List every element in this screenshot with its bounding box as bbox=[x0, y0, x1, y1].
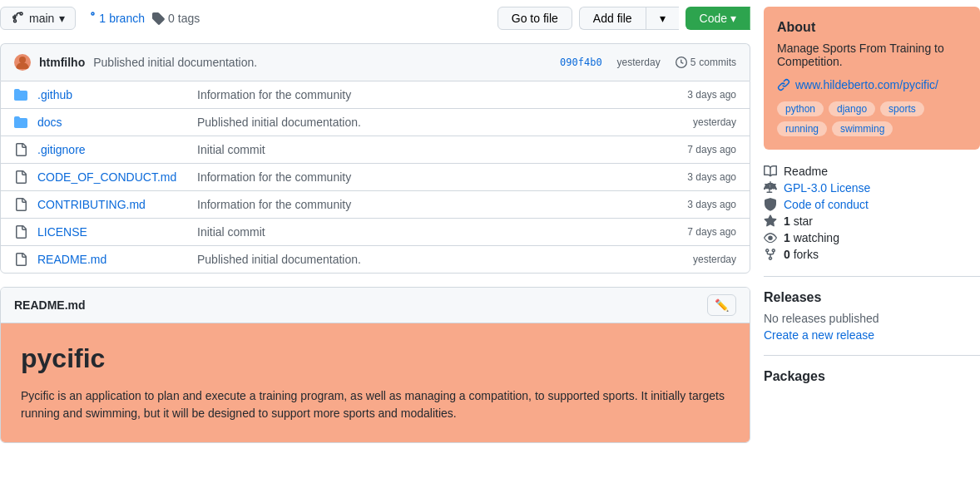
sidebar-meta: Readme GPL-3.0 License Code of conduct 1… bbox=[764, 163, 980, 277]
commit-time: yesterday bbox=[617, 57, 661, 68]
table-row: docs Published initial documentation. ye… bbox=[1, 109, 750, 136]
file-icon bbox=[14, 170, 27, 184]
tag-swimming[interactable]: swimming bbox=[832, 121, 893, 136]
file-time: 3 days ago bbox=[687, 199, 736, 210]
add-file-dropdown-button[interactable]: ▾ bbox=[646, 7, 679, 30]
readme-header: README.md ✏️ bbox=[1, 288, 750, 323]
commit-author[interactable]: htmfilho bbox=[39, 56, 85, 69]
code-dropdown-icon: ▾ bbox=[730, 12, 736, 25]
about-box: About Manage Sports From Training to Com… bbox=[764, 7, 980, 150]
file-name[interactable]: docs bbox=[37, 116, 187, 129]
file-commit-msg: Initial commit bbox=[197, 143, 677, 156]
file-name[interactable]: README.md bbox=[37, 253, 187, 266]
conduct-label: Code of conduct bbox=[784, 198, 869, 211]
table-row: LICENSE Initial commit 7 days ago bbox=[1, 219, 750, 246]
sidebar-item-stars[interactable]: 1 star bbox=[764, 213, 980, 229]
folder-icon bbox=[14, 116, 27, 129]
git-branch-icon bbox=[11, 12, 24, 25]
stars-count: 1 star bbox=[784, 214, 813, 228]
file-icon bbox=[14, 225, 27, 239]
releases-section: Releases No releases published Create a … bbox=[764, 290, 980, 356]
readme-section: README.md ✏️ pycific Pycific is an appli… bbox=[0, 287, 750, 443]
table-row: CODE_OF_CONDUCT.md Information for the c… bbox=[1, 164, 750, 191]
file-icon bbox=[14, 253, 27, 266]
branch-dropdown-icon: ▾ bbox=[59, 12, 65, 25]
table-row: README.md Published initial documentatio… bbox=[1, 246, 750, 273]
branch-selector[interactable]: main ▾ bbox=[0, 7, 76, 30]
book-icon bbox=[764, 165, 777, 178]
sidebar-item-license[interactable]: GPL-3.0 License bbox=[764, 180, 980, 196]
folder-icon bbox=[14, 88, 27, 101]
file-time: 3 days ago bbox=[687, 171, 736, 183]
about-description: Manage Sports From Training to Competiti… bbox=[777, 42, 967, 68]
link-icon bbox=[777, 78, 790, 91]
packages-title: Packages bbox=[764, 369, 980, 384]
watching-count: 1 watching bbox=[784, 231, 839, 244]
file-commit-msg: Information for the community bbox=[197, 198, 677, 211]
tag-running[interactable]: running bbox=[777, 121, 827, 136]
tag-sports[interactable]: sports bbox=[880, 101, 924, 116]
edit-readme-button[interactable]: ✏️ bbox=[707, 294, 736, 316]
tag-count: 0 bbox=[168, 12, 175, 25]
code-button[interactable]: Code ▾ bbox=[686, 7, 750, 30]
commits-link[interactable]: 5 commits bbox=[676, 57, 736, 68]
add-file-group: Add file ▾ bbox=[579, 7, 679, 30]
file-icon bbox=[14, 198, 27, 211]
file-name[interactable]: CONTRIBUTING.md bbox=[37, 198, 187, 211]
code-group: Code ▾ bbox=[686, 7, 750, 30]
top-bar: main ▾ 1 branch 0 tags Go to file Add fi… bbox=[0, 0, 750, 37]
file-time: 7 days ago bbox=[687, 226, 736, 238]
create-release-link[interactable]: Create a new release bbox=[764, 328, 874, 342]
branch-count-link[interactable]: 1 branch bbox=[82, 12, 145, 25]
shield-icon bbox=[764, 198, 777, 211]
star-icon bbox=[764, 214, 777, 228]
file-name[interactable]: .github bbox=[37, 88, 187, 101]
file-commit-msg: Initial commit bbox=[197, 225, 677, 239]
about-link[interactable]: www.hildeberto.com/pycific/ bbox=[777, 78, 967, 91]
file-table: .github Information for the community 3 … bbox=[0, 81, 750, 274]
fork-icon bbox=[764, 248, 777, 261]
go-to-file-button[interactable]: Go to file bbox=[497, 7, 572, 30]
tag-count-link[interactable]: 0 tags bbox=[151, 12, 200, 25]
file-time: yesterday bbox=[693, 254, 736, 265]
commits-text: commits bbox=[699, 57, 736, 68]
file-name[interactable]: LICENSE bbox=[37, 225, 187, 239]
commit-row: htmfilho Published initial documentation… bbox=[0, 43, 750, 81]
sidebar-item-conduct[interactable]: Code of conduct bbox=[764, 196, 980, 213]
file-time: yesterday bbox=[693, 116, 736, 128]
file-name[interactable]: CODE_OF_CONDUCT.md bbox=[37, 170, 187, 184]
file-time: 7 days ago bbox=[687, 144, 736, 155]
branch-text: branch bbox=[109, 12, 145, 25]
readme-paragraph: Pycific is an application to plan and ex… bbox=[21, 387, 730, 422]
sidebar-item-watching[interactable]: 1 watching bbox=[764, 229, 980, 246]
packages-section: Packages bbox=[764, 369, 980, 384]
table-row: .gitignore Initial commit 7 days ago bbox=[1, 136, 750, 164]
file-commit-msg: Published initial documentation. bbox=[197, 253, 683, 266]
readme-body: pycific Pycific is an application to pla… bbox=[1, 323, 750, 442]
balance-icon bbox=[764, 181, 777, 195]
branch-count-icon bbox=[82, 12, 96, 25]
code-label: Code bbox=[700, 12, 727, 25]
sidebar-item-forks[interactable]: 0 forks bbox=[764, 246, 980, 263]
clock-icon bbox=[676, 57, 687, 68]
avatar bbox=[14, 54, 31, 71]
file-name[interactable]: .gitignore bbox=[37, 143, 187, 156]
commits-count: 5 bbox=[690, 57, 696, 68]
branch-name: main bbox=[29, 12, 54, 25]
sidebar: About Manage Sports From Training to Com… bbox=[764, 0, 980, 443]
branch-count: 1 bbox=[99, 12, 106, 25]
table-row: .github Information for the community 3 … bbox=[1, 81, 750, 109]
add-file-button[interactable]: Add file bbox=[579, 7, 646, 30]
tag-python[interactable]: python bbox=[777, 101, 824, 116]
tag-text: tags bbox=[178, 12, 200, 25]
readme-h1: pycific bbox=[21, 343, 730, 374]
about-link-text: www.hildeberto.com/pycific/ bbox=[795, 78, 938, 91]
tag-django[interactable]: django bbox=[829, 101, 875, 116]
eye-icon bbox=[764, 231, 777, 244]
commit-hash[interactable]: 090f4b0 bbox=[560, 57, 602, 68]
file-commit-msg: Published initial documentation. bbox=[197, 116, 683, 129]
table-row: CONTRIBUTING.md Information for the comm… bbox=[1, 191, 750, 219]
sidebar-item-readme[interactable]: Readme bbox=[764, 163, 980, 180]
license-label: GPL-3.0 License bbox=[784, 181, 870, 195]
file-commit-msg: Information for the community bbox=[197, 170, 677, 184]
